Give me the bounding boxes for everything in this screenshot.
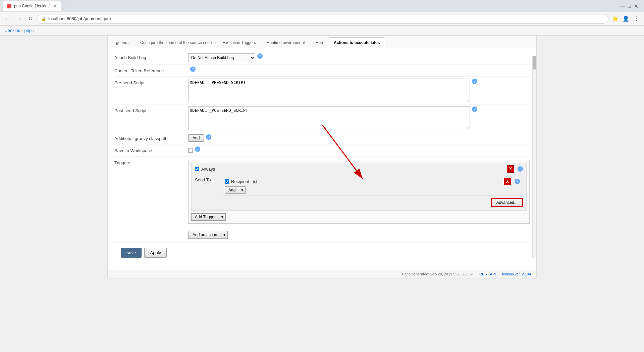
rest-api-link[interactable]: REST API <box>479 272 496 276</box>
postsend-script-label: Post-send Script <box>114 106 188 113</box>
extensions-icon[interactable]: ⭐ <box>610 14 620 24</box>
groovy-help[interactable]: ? <box>206 134 211 140</box>
browser-chrome: pnp Config [Jenkins] ✕ + — □ ✕ ← → ↻ 🔒 l… <box>0 0 644 26</box>
trigger-help[interactable]: ? <box>518 166 523 172</box>
tab-close-button[interactable]: ✕ <box>53 3 57 9</box>
add-recipient-button[interactable]: Add <box>225 186 239 194</box>
attach-build-log-help[interactable]: ? <box>257 53 263 59</box>
breadcrumb-pnp[interactable]: pnp <box>24 28 32 33</box>
refresh-button[interactable]: ↻ <box>25 14 35 24</box>
browser-titlebar: pnp Config [Jenkins] ✕ + — □ ✕ <box>0 0 644 12</box>
presend-script-label: Pre-send Script <box>114 79 188 85</box>
advanced-row: Advanced... <box>222 198 523 207</box>
trigger-title: Always <box>195 167 215 172</box>
send-to-control: Recipient List X ? <box>222 176 523 207</box>
new-tab-button[interactable]: + <box>61 1 71 11</box>
browser-tab[interactable]: pnp Config [Jenkins] ✕ <box>3 1 61 11</box>
attach-build-log-select[interactable]: Do Not Attach Build Log Attach Build Log… <box>188 53 255 62</box>
recipient-list-label: Recipient List <box>231 179 257 184</box>
profile-icon[interactable]: 👤 <box>621 14 631 24</box>
attach-build-log-control: Do Not Attach Build Log Attach Build Log… <box>188 53 530 62</box>
save-workspace-row: Save to Workspace ? <box>114 144 530 157</box>
config-tabs: general Configure the source of the sour… <box>108 36 536 48</box>
minimize-button[interactable]: — <box>620 3 625 9</box>
breadcrumb: Jenkins › pnp › <box>0 26 644 36</box>
send-to-label: Send To <box>195 176 218 182</box>
postsend-script-textarea[interactable]: $DEFAULT_POSTSEND_SCRIPT <box>188 106 470 130</box>
content-token-label: Content Token Reference <box>114 67 188 73</box>
page-footer: Page generated: Sep 28, 2019 5:36:36 CST… <box>108 270 536 278</box>
action-row: Add an action ▾ <box>114 231 530 239</box>
recipient-remove-button[interactable]: X <box>504 178 511 185</box>
address-text: localhost:8080/job/pnp/configure <box>48 16 111 21</box>
presend-script-textarea[interactable]: $DEFAULT_PRESEND_SCRIPT <box>188 79 470 102</box>
breadcrumb-sep-2: › <box>33 28 34 33</box>
content-token-help[interactable]: ? <box>190 67 196 72</box>
jenkins-ver-link[interactable]: Jenkins ver. 2.194 <box>501 272 531 276</box>
triggers-label: Triggers <box>114 159 188 165</box>
tab-favicon <box>7 4 11 8</box>
add-trigger-button[interactable]: Add Trigger <box>191 213 219 221</box>
tab-actions[interactable]: Actions to execute later. <box>329 37 385 48</box>
address-bar[interactable]: 🔒 localhost:8080/job/pnp/configure <box>37 14 608 24</box>
tab-general[interactable]: general <box>111 37 135 48</box>
add-action-btn: Add an action ▾ <box>188 231 228 239</box>
save-workspace-help[interactable]: ? <box>195 146 200 152</box>
presend-script-help[interactable]: ? <box>472 79 477 84</box>
recipient-help[interactable]: ? <box>515 179 520 184</box>
trigger-header: Always X ? <box>195 165 523 173</box>
add-action-arrow[interactable]: ▾ <box>221 231 228 239</box>
back-button[interactable]: ← <box>3 14 12 24</box>
browser-toolbar: ← → ↻ 🔒 localhost:8080/job/pnp/configure… <box>0 12 644 26</box>
tab-execution-triggers[interactable]: Execution Triggers <box>218 37 261 48</box>
trigger-always-checkbox[interactable] <box>195 167 199 171</box>
groovy-classpath-row: Additional groovy classpath Add ? <box>114 132 530 144</box>
maximize-button[interactable]: □ <box>627 3 632 9</box>
add-action-button[interactable]: Add an action <box>188 231 221 239</box>
postsend-script-row: Post-send Script $DEFAULT_POSTSEND_SCRIP… <box>114 104 530 132</box>
menu-icon[interactable]: ⋮ <box>632 14 641 24</box>
content-wrapper: general Configure the source of the sour… <box>107 36 537 278</box>
postsend-script-control: $DEFAULT_POSTSEND_SCRIPT ? <box>188 106 530 130</box>
recipient-list-checkbox[interactable] <box>225 179 229 184</box>
form-area: Attach Build Log Do Not Attach Build Log… <box>108 48 536 270</box>
footer-buttons: save Apply <box>114 242 530 263</box>
attach-build-log-label: Attach Build Log <box>114 53 188 60</box>
recipient-item: Recipient List X ? <box>225 178 520 185</box>
add-recipient-arrow[interactable]: ▾ <box>239 186 246 194</box>
recipient-box: Recipient List X ? <box>222 176 523 195</box>
content-token-control: ? <box>188 67 530 72</box>
breadcrumb-jenkins[interactable]: Jenkins <box>5 28 20 33</box>
breadcrumb-sep-1: › <box>21 28 23 33</box>
triggers-section: Always X ? Send To <box>188 160 530 224</box>
add-trigger-btn: Add Trigger ▾ <box>191 213 527 221</box>
attach-build-log-row: Attach Build Log Do Not Attach Build Log… <box>114 51 530 64</box>
window-close-button[interactable]: ✕ <box>633 3 639 9</box>
groovy-add-button[interactable]: Add <box>188 134 204 142</box>
tab-source[interactable]: Configure the source of the source code <box>135 37 217 48</box>
scrollbar[interactable] <box>532 56 536 258</box>
save-workspace-label: Save to Workspace <box>114 146 188 153</box>
content-token-row: Content Token Reference ? <box>114 64 530 77</box>
triggers-control: Always X ? Send To <box>188 159 530 224</box>
tab-runtime[interactable]: Runtime environment <box>262 37 310 48</box>
add-trigger-arrow[interactable]: ▾ <box>219 213 226 221</box>
trigger-remove-button[interactable]: X <box>507 165 514 173</box>
browser-icons: ⭐ 👤 ⋮ <box>610 14 641 24</box>
page-wrapper: pnp Config [Jenkins] ✕ + — □ ✕ ← → ↻ 🔒 l… <box>0 0 644 352</box>
page-generated-text: Page generated: Sep 28, 2019 5:36:36 CST <box>402 272 474 276</box>
save-workspace-checkbox[interactable] <box>188 148 193 153</box>
postsend-script-help[interactable]: ? <box>472 106 477 112</box>
save-button[interactable]: save <box>121 248 142 258</box>
advanced-button[interactable]: Advanced... <box>491 198 523 207</box>
groovy-classpath-control: Add ? <box>188 134 530 142</box>
presend-script-row: Pre-send Script $DEFAULT_PRESEND_SCRIPT … <box>114 77 530 104</box>
trigger-always-label: Always <box>201 167 215 172</box>
send-to-row: Send To Recipient List <box>195 175 523 208</box>
scrollbar-thumb[interactable] <box>533 56 536 70</box>
tab-run[interactable]: Run <box>311 37 328 48</box>
forward-button[interactable]: → <box>14 14 23 24</box>
apply-button[interactable]: Apply <box>144 248 167 258</box>
save-workspace-control: ? <box>188 146 530 153</box>
add-dropdown: Add ▾ <box>225 186 520 194</box>
